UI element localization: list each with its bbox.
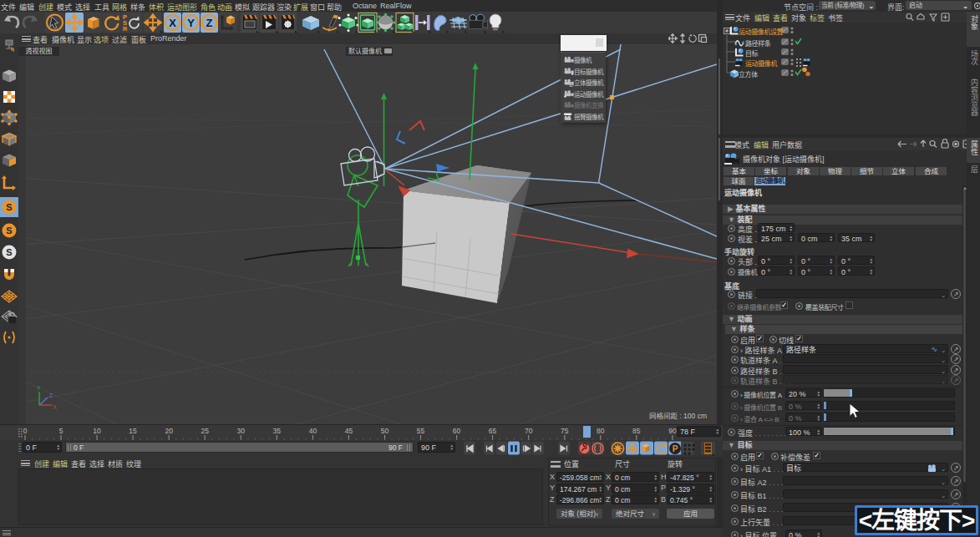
svg-text:25: 25 [201,427,209,435]
svg-text:5: 5 [59,427,63,435]
svg-text:20: 20 [165,427,173,435]
svg-text:85: 85 [632,427,641,435]
svg-text:P: P [673,444,678,453]
svg-text:S: S [6,202,12,212]
svg-text:30: 30 [237,427,246,435]
svg-text:80: 80 [597,427,605,435]
svg-text:35: 35 [273,427,282,435]
svg-text:60: 60 [453,427,461,435]
svg-text:X: X [53,404,57,410]
svg-text:R: R [123,25,128,33]
svg-text:Z: Z [49,393,53,398]
svg-text:Y: Y [187,17,195,29]
svg-text:75: 75 [561,427,569,435]
svg-text:55: 55 [417,427,425,435]
svg-text:90: 90 [668,427,677,435]
svg-text:50: 50 [381,427,389,435]
svg-text:40: 40 [309,427,317,435]
svg-text:0: 0 [23,427,28,435]
svg-text:10: 10 [93,427,101,435]
svg-text:S: S [6,225,12,236]
svg-text:Y: Y [37,385,41,391]
svg-text:45: 45 [345,427,353,435]
svg-text:3D: 3D [569,84,573,88]
svg-text:70: 70 [525,427,533,435]
svg-text:15: 15 [129,427,137,435]
svg-text:X: X [169,17,176,29]
svg-text:Z: Z [206,17,213,29]
svg-text:65: 65 [489,427,497,435]
svg-text:S: S [6,247,12,257]
